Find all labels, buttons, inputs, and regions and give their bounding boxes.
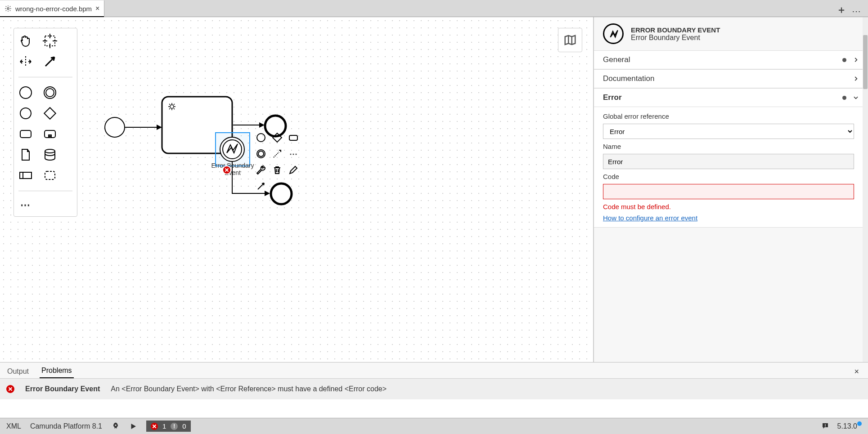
svg-point-33 — [257, 134, 265, 142]
feedback-icon[interactable] — [821, 422, 829, 430]
section-general-label: General — [603, 55, 630, 64]
error-code-input[interactable] — [603, 184, 854, 199]
version-label[interactable]: 5.13.0 — [837, 421, 862, 430]
error-code-label: Code — [603, 173, 859, 180]
context-pad: ⋯ — [254, 130, 301, 193]
warning-count-icon: ! — [171, 423, 178, 430]
svg-point-9 — [46, 89, 54, 97]
tool-palette: ⋯ — [13, 28, 77, 217]
problem-title: Error Boundary Event — [25, 385, 100, 393]
new-tab-button[interactable]: ＋ — [837, 6, 845, 14]
more-tools-button[interactable]: ⋯ — [18, 199, 72, 211]
svg-point-38 — [115, 424, 116, 425]
task-icon[interactable] — [18, 127, 33, 141]
bottom-tabs: Output Problems × — [0, 362, 868, 379]
sequence-flow[interactable] — [233, 121, 265, 130]
close-tab-icon[interactable]: × — [95, 4, 99, 13]
tab-problems[interactable]: Problems — [40, 364, 74, 378]
tab-menu-button[interactable]: ⋯ — [852, 6, 860, 14]
problems-indicator[interactable]: 1 !0 — [146, 421, 191, 432]
tab-output[interactable]: Output — [5, 365, 31, 378]
svg-point-17 — [45, 149, 55, 153]
section-error-body: Global error reference Error Name Code C… — [594, 107, 868, 228]
global-error-ref-label: Global error reference — [603, 112, 859, 120]
lasso-tool-icon[interactable] — [43, 34, 57, 48]
problem-row[interactable]: Error Boundary Event An <Error Boundary … — [0, 379, 868, 399]
warning-count: 0 — [182, 422, 186, 430]
more-append-icon[interactable]: ⋯ — [286, 147, 301, 161]
rocket-icon — [111, 422, 120, 431]
svg-rect-18 — [20, 172, 31, 179]
platform-label[interactable]: Camunda Platform 8.1 — [30, 422, 102, 430]
chevron-right-icon — [853, 57, 859, 63]
error-icon — [6, 385, 14, 393]
props-scrollbar[interactable] — [863, 17, 868, 362]
append-task-icon[interactable] — [286, 130, 301, 145]
global-error-ref-select[interactable]: Error — [603, 124, 854, 139]
section-general[interactable]: General — [594, 50, 868, 69]
minimap-toggle[interactable] — [558, 28, 582, 52]
error-boundary-event[interactable] — [219, 136, 246, 163]
trash-icon[interactable] — [270, 163, 284, 177]
start-event[interactable] — [103, 116, 126, 139]
gear-icon — [4, 5, 12, 12]
append-annotation-icon[interactable] — [270, 147, 284, 161]
section-error[interactable]: Error — [594, 88, 868, 107]
svg-rect-39 — [825, 425, 826, 426]
color-icon[interactable] — [286, 163, 301, 177]
error-name-label: Name — [603, 143, 859, 150]
help-link[interactable]: How to configure an error event — [603, 214, 859, 222]
status-bar: XML Camunda Platform 8.1 1 !0 5.13.0 — [0, 418, 868, 434]
pool-icon[interactable] — [18, 168, 33, 183]
xml-toggle[interactable]: XML — [6, 422, 21, 430]
error-count-icon — [151, 423, 158, 430]
update-dot-icon — [857, 421, 862, 426]
element-type: ERROR BOUNDARY EVENT — [631, 26, 720, 34]
tab-bar: wrong-no-error-code.bpm × ＋ ⋯ — [0, 0, 868, 17]
map-icon — [563, 33, 577, 47]
connect-tool-icon[interactable] — [43, 54, 57, 69]
error-count: 1 — [162, 422, 166, 430]
data-object-icon[interactable] — [18, 148, 33, 162]
deploy-button[interactable] — [111, 422, 120, 431]
svg-point-0 — [7, 8, 9, 9]
tab-filename: wrong-no-error-code.bpm — [15, 5, 92, 13]
append-gateway-icon[interactable] — [270, 130, 284, 145]
svg-rect-40 — [825, 426, 826, 427]
error-name-input[interactable] — [603, 154, 854, 169]
svg-rect-20 — [45, 171, 55, 179]
svg-rect-11 — [44, 107, 55, 119]
section-documentation[interactable]: Documentation — [594, 69, 868, 88]
properties-panel: ERROR BOUNDARY EVENT Error Boundary Even… — [594, 17, 868, 362]
bottom-panel: Output Problems × Error Boundary Event A… — [0, 362, 868, 418]
append-end-event-icon[interactable] — [254, 130, 268, 145]
connect-icon[interactable] — [254, 179, 268, 193]
end-event-icon[interactable] — [18, 106, 33, 121]
close-panel-icon[interactable]: × — [850, 365, 863, 378]
canvas[interactable]: ⋯ Error Boun — [0, 17, 594, 362]
hand-tool-icon[interactable] — [18, 34, 33, 48]
props-header: ERROR BOUNDARY EVENT Error Boundary Even… — [594, 17, 868, 50]
sequence-flow[interactable] — [125, 123, 162, 132]
append-intermediate-icon[interactable] — [254, 147, 268, 161]
file-tab[interactable]: wrong-no-error-code.bpm × — [0, 0, 104, 17]
section-documentation-label: Documentation — [603, 74, 654, 83]
intermediate-event-icon[interactable] — [43, 85, 57, 100]
wrench-icon[interactable] — [254, 163, 268, 177]
svg-point-37 — [258, 151, 264, 157]
subprocess-icon[interactable] — [43, 127, 57, 141]
gateway-icon[interactable] — [43, 106, 57, 121]
data-store-icon[interactable] — [43, 148, 57, 162]
group-icon[interactable] — [43, 168, 57, 183]
section-error-label: Error — [603, 93, 622, 102]
dot-indicator-icon — [842, 58, 846, 62]
element-name: Error Boundary Event — [631, 34, 720, 42]
svg-point-7 — [20, 87, 31, 98]
run-button[interactable] — [129, 422, 137, 430]
chevron-down-icon — [853, 94, 859, 101]
start-event-icon[interactable] — [18, 85, 33, 100]
play-icon — [129, 422, 137, 430]
space-tool-icon[interactable] — [18, 54, 33, 69]
svg-rect-12 — [20, 130, 31, 138]
dot-indicator-icon — [842, 96, 846, 100]
